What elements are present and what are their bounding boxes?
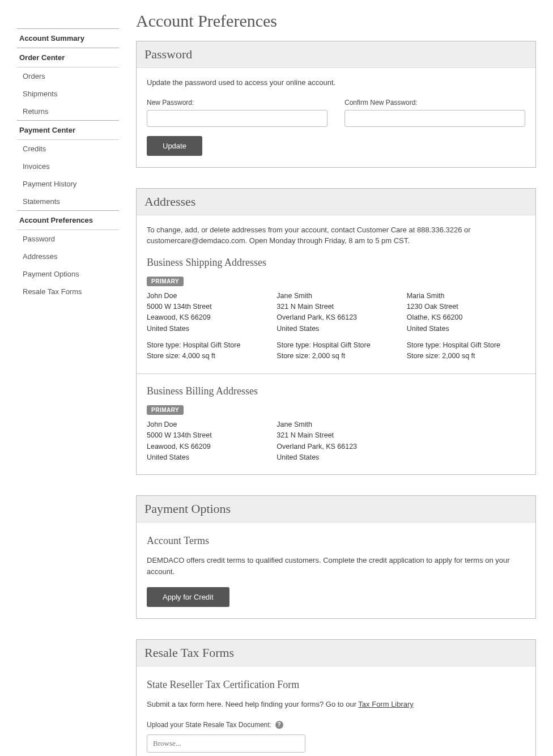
upload-label: Upload your State Resale Tax Document: <box>147 721 271 729</box>
address-country: United States <box>276 324 395 334</box>
address-line1: 321 N Main Street <box>276 430 395 441</box>
tax-form-intro: Submit a tax form here. Need help findin… <box>147 699 525 710</box>
sidebar-header-payment-center[interactable]: Payment Center <box>17 120 119 139</box>
shipping-address-2: Jane Smith 321 N Main Street Overland Pa… <box>276 291 395 362</box>
addresses-divider <box>137 373 535 374</box>
sidebar-item-addresses[interactable]: Addresses <box>17 248 119 265</box>
address-line2: Overland Park, KS 66123 <box>276 312 395 323</box>
addresses-panel: Addresses To change, add, or delete addr… <box>136 188 536 475</box>
sidebar-item-password[interactable]: Password <box>17 230 119 248</box>
sidebar-header-account-summary[interactable]: Account Summary <box>17 28 119 48</box>
sidebar-item-payment-options[interactable]: Payment Options <box>17 265 119 283</box>
address-store-type: Store type: Hospital Gift Store <box>147 340 265 351</box>
account-terms-description: DEMDACO offers credit terms to qualified… <box>147 555 525 577</box>
apply-for-credit-button[interactable]: Apply for Credit <box>147 587 229 607</box>
sidebar-item-orders[interactable]: Orders <box>17 67 119 85</box>
address-store-size: Store size: 2,000 sq ft <box>276 351 395 362</box>
billing-address-2: Jane Smith 321 N Main Street Overland Pa… <box>276 419 395 464</box>
sidebar-item-resale-tax-forms[interactable]: Resale Tax Forms <box>17 283 119 300</box>
new-password-input[interactable] <box>147 110 327 127</box>
tax-form-intro-text: Submit a tax form here. Need help findin… <box>147 700 358 708</box>
confirm-password-input[interactable] <box>344 110 525 127</box>
address-country: United States <box>276 452 395 463</box>
resale-tax-forms-panel-header: Resale Tax Forms <box>137 640 535 666</box>
address-line1: 5000 W 134th Street <box>147 430 265 441</box>
sidebar-header-account-preferences[interactable]: Account Preferences <box>17 210 119 230</box>
address-line2: Leawood, KS 66209 <box>147 441 265 452</box>
addresses-panel-header: Addresses <box>137 189 535 215</box>
sidebar-item-credits[interactable]: Credits <box>17 140 119 158</box>
help-icon[interactable]: ? <box>275 721 283 729</box>
password-panel: Password Update the password used to acc… <box>136 41 536 168</box>
shipping-addresses-title: Business Shipping Addresses <box>147 257 525 269</box>
billing-address-1: John Doe 5000 W 134th Street Leawood, KS… <box>147 419 265 464</box>
address-line1: 321 N Main Street <box>276 301 395 312</box>
tax-form-library-link[interactable]: Tax Form Library <box>358 700 414 708</box>
address-country: United States <box>407 324 525 334</box>
address-line1: 5000 W 134th Street <box>147 301 265 312</box>
address-name: John Doe <box>147 419 265 430</box>
address-country: United States <box>147 452 265 463</box>
shipping-address-1: John Doe 5000 W 134th Street Leawood, KS… <box>147 291 265 362</box>
sidebar-item-payment-history[interactable]: Payment History <box>17 175 119 193</box>
sidebar: Account Summary Order Center Orders Ship… <box>17 11 119 756</box>
shipping-address-3: Maria Smith 1230 Oak Street Olathe, KS 6… <box>407 291 525 362</box>
address-line2: Leawood, KS 66209 <box>147 312 265 323</box>
address-line2: Olathe, KS 66200 <box>407 312 525 323</box>
update-password-button[interactable]: Update <box>147 136 202 156</box>
password-description: Update the password used to access your … <box>147 77 525 88</box>
confirm-password-label: Confirm New Password: <box>344 99 525 107</box>
addresses-description: To change, add, or delete addresses from… <box>147 224 525 247</box>
address-line1: 1230 Oak Street <box>407 301 525 312</box>
address-store-size: Store size: 4,000 sq ft <box>147 351 265 362</box>
payment-options-panel-header: Payment Options <box>137 496 535 523</box>
sidebar-item-returns[interactable]: Returns <box>17 103 119 120</box>
billing-primary-badge: PRIMARY <box>147 405 184 415</box>
new-password-label: New Password: <box>147 99 327 107</box>
billing-address-empty <box>407 419 525 464</box>
main-content: Account Preferences Password Update the … <box>136 11 536 756</box>
shipping-primary-badge: PRIMARY <box>147 277 184 286</box>
address-store-size: Store size: 2,000 sq ft <box>407 351 525 362</box>
password-panel-header: Password <box>137 41 535 68</box>
browse-file-input[interactable] <box>147 734 305 753</box>
sidebar-header-order-center[interactable]: Order Center <box>17 48 119 67</box>
address-name: Jane Smith <box>276 291 395 301</box>
account-terms-title: Account Terms <box>147 535 525 547</box>
tax-form-title: State Reseller Tax Certification Form <box>147 679 525 691</box>
address-country: United States <box>147 324 265 334</box>
sidebar-item-statements[interactable]: Statements <box>17 193 119 210</box>
sidebar-item-shipments[interactable]: Shipments <box>17 85 119 103</box>
address-name: Jane Smith <box>276 419 395 430</box>
address-line2: Overland Park, KS 66123 <box>276 441 395 452</box>
sidebar-item-invoices[interactable]: Invoices <box>17 158 119 175</box>
address-name: John Doe <box>147 291 265 301</box>
billing-addresses-title: Business Billing Addresses <box>147 385 525 397</box>
address-name: Maria Smith <box>407 291 525 301</box>
address-store-type: Store type: Hospital Gift Store <box>407 340 525 351</box>
address-store-type: Store type: Hospital Gift Store <box>276 340 395 351</box>
payment-options-panel: Payment Options Account Terms DEMDACO of… <box>136 495 536 619</box>
resale-tax-forms-panel: Resale Tax Forms State Reseller Tax Cert… <box>136 639 536 756</box>
page-title: Account Preferences <box>136 11 536 31</box>
